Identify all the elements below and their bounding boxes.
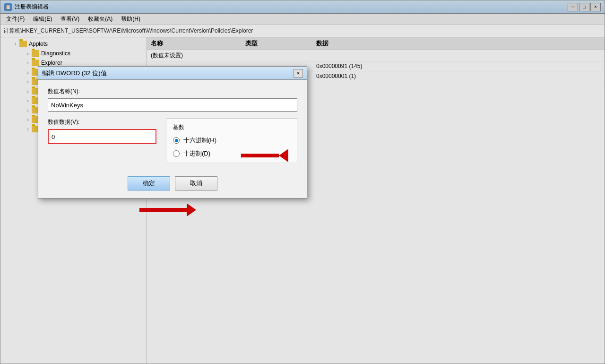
- dialog-close-button[interactable]: ×: [294, 69, 303, 78]
- value-label: 数值数据(V):: [48, 118, 156, 126]
- ok-arrow-body: [139, 208, 187, 212]
- ok-arrow-head: [187, 203, 196, 217]
- radio-dec-indicator: [173, 150, 180, 157]
- radio-hex-label: 十六进制(H): [183, 136, 216, 145]
- name-form-group: 数值名称(N):: [48, 87, 297, 112]
- dialog-title-bar: 编辑 DWORD (32 位)值 ×: [38, 67, 307, 80]
- edit-dword-dialog: 编辑 DWORD (32 位)值 × 数值名称(N): 数值数据(V): 基数: [38, 66, 307, 199]
- dialog-title-text: 编辑 DWORD (32 位)值: [42, 69, 107, 78]
- cancel-button[interactable]: 取消: [175, 176, 217, 191]
- radio-dec-label: 十进制(D): [183, 149, 210, 158]
- name-input[interactable]: [48, 98, 297, 112]
- radio-hex-item[interactable]: 十六进制(H): [173, 136, 290, 145]
- ok-arrow-annotation: [139, 203, 196, 217]
- base-title: 基数: [173, 123, 290, 131]
- name-label: 数值名称(N):: [48, 87, 297, 95]
- value-input[interactable]: [48, 129, 156, 144]
- ok-button[interactable]: 确定: [128, 176, 170, 191]
- value-section: 数值数据(V):: [48, 118, 156, 144]
- dialog-footer: 确定 取消: [38, 171, 307, 198]
- hex-arrow-body: [241, 154, 279, 157]
- dialog-overlay: 编辑 DWORD (32 位)值 × 数值名称(N): 数值数据(V): 基数: [0, 0, 605, 364]
- hex-arrow-head: [279, 149, 288, 162]
- hex-arrow-annotation: [241, 149, 288, 162]
- radio-hex-indicator: [173, 137, 180, 144]
